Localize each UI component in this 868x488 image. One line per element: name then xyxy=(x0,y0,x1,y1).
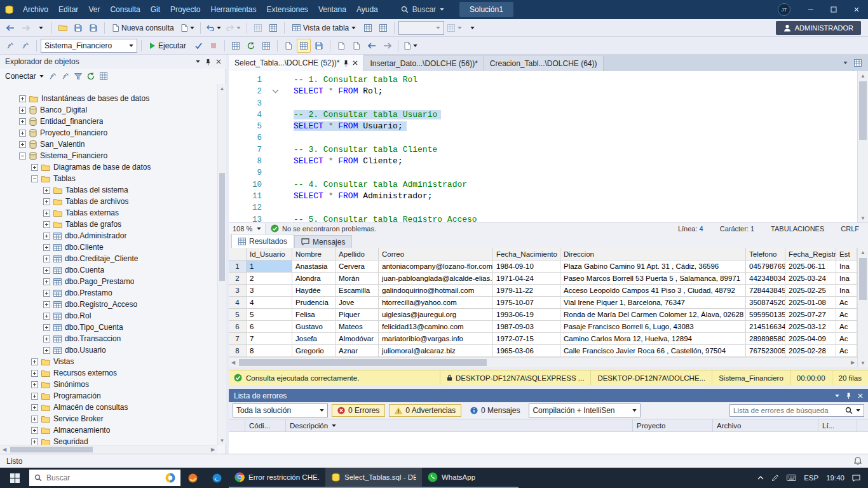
open-file-button[interactable] xyxy=(56,21,70,35)
tree-item-tablas-externas[interactable]: Tablas externas xyxy=(0,207,217,219)
cell[interactable]: mariatoribio@vargas.info xyxy=(379,333,493,345)
close-icon[interactable] xyxy=(353,60,358,65)
object-explorer-vscrollbar[interactable]: ▲ ▼ xyxy=(217,84,226,445)
back-button[interactable] xyxy=(3,21,17,35)
server-segment[interactable]: DESKTOP-DF12N7A\SQLEXPRESS ... xyxy=(440,370,590,385)
profiler-button[interactable] xyxy=(251,21,265,35)
maximize-button[interactable] xyxy=(822,0,845,19)
pin-icon[interactable] xyxy=(205,58,211,65)
group-by-button[interactable] xyxy=(445,21,464,35)
expand-icon[interactable] xyxy=(43,278,50,285)
tree-item-diagramas-de-base-de-datos[interactable]: Diagramas de base de datos xyxy=(0,161,217,173)
taskbar-browser-2[interactable] xyxy=(205,468,229,488)
cell[interactable]: 1965-03-06 xyxy=(493,345,560,357)
cell[interactable]: 1971-04-24 xyxy=(493,273,560,285)
expand-icon[interactable] xyxy=(43,267,50,274)
cell[interactable]: Pasaje Francisco Borrell 6, Lugo, 43083 xyxy=(560,321,746,333)
expand-icon[interactable] xyxy=(43,187,50,194)
chevron-down-icon[interactable] xyxy=(835,395,839,397)
expand-icon[interactable] xyxy=(43,313,50,320)
expand-icon[interactable] xyxy=(43,233,50,240)
database-segment[interactable]: Sistema_Financiero xyxy=(712,370,790,385)
close-button[interactable] xyxy=(845,0,868,19)
cell[interactable]: Paseo Marcos Borrell 53 Puerta 5 , Salam… xyxy=(560,273,746,285)
cell[interactable]: Morán xyxy=(336,273,379,285)
cell[interactable]: uiglesias@jauregui.org xyxy=(379,309,493,321)
cell[interactable]: 7 xyxy=(247,333,292,345)
filter-combo[interactable] xyxy=(398,21,444,35)
cell[interactable]: Ac xyxy=(836,309,857,321)
menu-archivo[interactable]: Archivo xyxy=(18,0,53,19)
row-header-6[interactable]: 6 xyxy=(229,321,247,333)
rowcount-segment[interactable]: 20 filas xyxy=(832,370,868,385)
expand-icon[interactable] xyxy=(31,438,38,445)
tree-item-sistema-financiero[interactable]: Sistema_Financiero xyxy=(0,150,217,161)
indent-button[interactable] xyxy=(380,39,394,53)
cell[interactable]: Ronda de María Del Carmen Colomer 12, Ál… xyxy=(560,309,746,321)
cell[interactable]: 2025-07-27 xyxy=(785,309,836,321)
column-header-est[interactable]: Est xyxy=(836,248,857,261)
errors-filter-button[interactable]: 0 Errores xyxy=(332,404,385,417)
pen-input-icon[interactable] xyxy=(771,474,779,482)
parse-button[interactable] xyxy=(191,39,205,53)
cell[interactable]: Gustavo xyxy=(292,321,336,333)
menu-proyecto[interactable]: Proyecto xyxy=(165,0,205,19)
tree-item-dbo-tipo-cuenta[interactable]: dbo.Tipo_Cuenta xyxy=(0,322,217,333)
expand-icon[interactable] xyxy=(43,336,50,342)
cell[interactable]: 1987-09-03 xyxy=(493,321,560,333)
messages-filter-button[interactable]: 0 Mensajes xyxy=(465,404,525,417)
code-line-3[interactable]: 3 xyxy=(229,98,857,109)
tab-messages[interactable]: Mensajes xyxy=(294,235,352,248)
cell[interactable]: Mateos xyxy=(336,321,379,333)
touch-keyboard-icon[interactable] xyxy=(787,475,796,481)
row-header-7[interactable]: 7 xyxy=(229,333,247,345)
error-col-descripcion[interactable]: Descripción xyxy=(286,419,633,431)
global-search-button[interactable]: Buscar xyxy=(395,3,451,17)
code-line-12[interactable]: 12 xyxy=(229,202,857,214)
chevron-down-icon[interactable] xyxy=(196,60,200,63)
save-button[interactable] xyxy=(71,21,85,35)
code-line-6[interactable]: 6 xyxy=(229,132,857,144)
error-list-search[interactable] xyxy=(729,404,864,417)
error-col-icon[interactable] xyxy=(229,419,245,431)
login-segment[interactable]: DESKTOP-DF12N7A\DOLCHE... xyxy=(590,370,712,385)
cell[interactable]: Ac xyxy=(836,345,857,357)
code-line-4[interactable]: 4-- 2. Consultar tabla Usuario xyxy=(229,109,857,121)
menu-consulta[interactable]: Consulta xyxy=(105,0,145,19)
disconnect-icon[interactable] xyxy=(49,72,57,80)
cell[interactable]: 214516634 xyxy=(746,321,785,333)
cell[interactable]: Ina xyxy=(836,285,857,297)
cell[interactable]: 2025-02-25 xyxy=(785,285,836,297)
column-header-correo[interactable]: Correo xyxy=(379,248,493,261)
tree-item-tablas-de-grafos[interactable]: Tablas de grafos xyxy=(0,219,217,230)
tree-item-sinonimos[interactable]: Sinónimos xyxy=(0,379,217,390)
execute-button[interactable]: Ejecutar xyxy=(146,39,190,53)
editor-tab-1[interactable]: Select_Tabla...\DOLCHE (52))* xyxy=(229,55,364,71)
cell[interactable]: 728443845 xyxy=(746,285,785,297)
column-header-nombre[interactable]: Nombre xyxy=(292,248,336,261)
pin-icon[interactable] xyxy=(343,60,349,67)
cell[interactable]: juan-pabloanglada@alcalde-elias.es xyxy=(379,273,493,285)
redo-button[interactable] xyxy=(224,21,243,35)
expand-icon[interactable] xyxy=(31,416,38,423)
error-col-codi[interactable]: Códi... xyxy=(245,419,286,431)
results-vscrollbar[interactable]: ▲ ▼ xyxy=(857,248,868,367)
editor-tab-3[interactable]: Creacion_Tabl...\DOLCHE (64)) xyxy=(484,56,604,71)
language-indicator[interactable]: ESP xyxy=(804,474,818,482)
cancel-query-button[interactable] xyxy=(207,39,220,53)
cell[interactable]: 2025-06-11 xyxy=(785,261,836,273)
taskbar-search[interactable] xyxy=(29,470,180,486)
activity-monitor-button[interactable] xyxy=(266,21,280,35)
taskbar-browser-1[interactable] xyxy=(180,468,205,488)
object-explorer-hscrollbar[interactable]: ◀ ▶ xyxy=(0,445,217,454)
expand-icon[interactable] xyxy=(19,130,26,137)
navigate-dropdown[interactable] xyxy=(34,21,48,35)
cell[interactable]: 2025-03-12 xyxy=(785,321,836,333)
expand-icon[interactable] xyxy=(31,358,38,365)
menu-ver[interactable]: Ver xyxy=(83,0,105,19)
tree-item-service-broker[interactable]: Service Broker xyxy=(0,413,217,424)
expand-icon[interactable] xyxy=(43,198,50,205)
cell[interactable]: Prudencia xyxy=(292,297,336,309)
cell[interactable]: Gregorio xyxy=(292,345,336,357)
tree-item-dbo-registro-acceso[interactable]: dbo.Registro_Acceso xyxy=(0,299,217,310)
